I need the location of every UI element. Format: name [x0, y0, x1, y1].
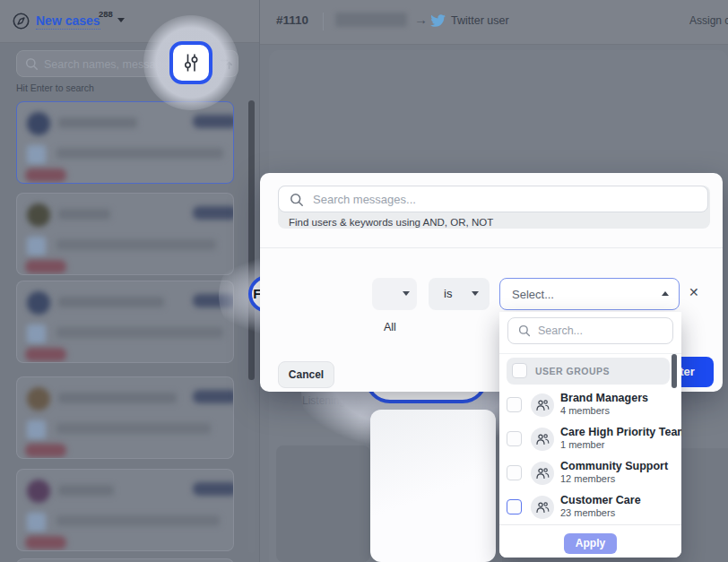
search-syntax-hint: Find users & keywords using AND, OR, NOT	[289, 217, 493, 228]
case-status-badge	[193, 482, 234, 496]
case-channel-icon	[27, 324, 46, 343]
customer-name-redacted	[335, 13, 407, 27]
case-tag	[25, 169, 66, 182]
group-name: Care High Priority Teams	[560, 426, 681, 438]
case-message-redacted	[56, 239, 216, 250]
chevron-up-icon	[662, 291, 669, 296]
case-tag	[25, 444, 66, 457]
topbar-divider	[323, 13, 324, 30]
filter-icon-annotation[interactable]	[169, 41, 212, 84]
case-tag	[25, 536, 66, 549]
case-avatar	[27, 387, 50, 411]
group-checkbox[interactable]	[507, 431, 522, 446]
group-avatar	[531, 428, 554, 451]
user-group-item[interactable]: Customer Care 23 members	[499, 490, 681, 524]
group-member-count: 4 members	[560, 405, 610, 416]
case-avatar	[27, 203, 50, 227]
case-avatar	[27, 480, 50, 503]
case-status-badge	[193, 390, 234, 403]
case-channel-icon	[27, 145, 46, 164]
case-name-redacted	[58, 117, 137, 128]
case-card[interactable]	[16, 281, 234, 363]
case-tag	[25, 348, 66, 361]
case-message-redacted	[56, 515, 220, 526]
case-card[interactable]	[16, 376, 234, 459]
people-icon	[535, 399, 550, 411]
group-member-count: 12 members	[560, 473, 615, 484]
case-name-redacted	[58, 297, 164, 307]
user-group-item[interactable]: Brand Managers 4 members	[499, 388, 681, 422]
case-message-redacted	[56, 423, 211, 434]
group-header-label: USER GROUPS	[535, 366, 610, 376]
case-name-redacted	[58, 485, 114, 496]
group-avatar	[531, 496, 554, 519]
operator-select[interactable]: is	[429, 278, 490, 310]
case-channel-icon	[27, 513, 46, 532]
all-option[interactable]: All	[384, 321, 396, 333]
operator-value: is	[444, 287, 452, 300]
chevron-down-icon	[403, 291, 410, 296]
message-search-placeholder: Search messages...	[313, 193, 416, 206]
case-message-redacted	[56, 148, 223, 159]
message-search-input[interactable]: Search messages...	[278, 186, 708, 212]
group-search-input[interactable]: Search...	[507, 317, 673, 344]
value-select-placeholder: Select...	[512, 288, 554, 301]
cases-compass-icon[interactable]	[12, 12, 30, 30]
chevron-down-icon	[472, 291, 479, 296]
user-groups-dropdown: Search... USER GROUPS Brand Managers	[499, 312, 681, 558]
case-tag	[25, 260, 66, 273]
case-card[interactable]	[16, 558, 234, 562]
case-status-badge	[193, 115, 234, 128]
field-menu-panel	[370, 410, 496, 562]
group-name: Community Support	[560, 460, 668, 472]
group-checkbox[interactable]	[507, 397, 522, 412]
case-card[interactable]	[16, 193, 234, 275]
field-select-control[interactable]	[372, 278, 417, 310]
view-title[interactable]: New cases	[36, 13, 100, 30]
case-avatar	[27, 291, 50, 315]
value-select[interactable]: Select...	[499, 278, 680, 310]
dropdown-scrollbar-thumb[interactable]	[672, 354, 677, 388]
case-status-badge	[193, 206, 234, 220]
case-avatar	[27, 112, 50, 135]
case-card[interactable]	[16, 469, 234, 551]
sliders-icon	[181, 52, 201, 73]
dropdown-divider	[499, 353, 681, 354]
case-name-redacted	[58, 209, 110, 220]
arrow-icon: →	[414, 12, 428, 27]
group-member-count: 1 member	[560, 439, 605, 450]
dropdown-footer: Apply	[499, 524, 681, 558]
user-group-item[interactable]: Community Support 12 members	[499, 456, 681, 490]
people-icon	[535, 467, 550, 480]
apply-button[interactable]: Apply	[564, 533, 617, 554]
search-hint: Hit Enter to search	[16, 82, 94, 93]
modal-divider	[260, 247, 723, 248]
group-avatar	[531, 393, 554, 417]
people-icon	[535, 433, 550, 445]
group-checkbox[interactable]	[507, 499, 522, 514]
view-caret-icon[interactable]	[117, 18, 125, 22]
case-message-redacted	[56, 327, 223, 338]
case-count-badge: 288	[99, 9, 113, 19]
remove-filter-row-icon[interactable]: ✕	[689, 285, 699, 299]
case-name-redacted	[58, 393, 177, 403]
case-id: #1110	[276, 13, 308, 27]
twitter-icon	[430, 14, 446, 27]
group-header-row[interactable]: USER GROUPS	[507, 358, 670, 385]
channel-label: Twitter user	[451, 14, 509, 27]
group-name: Brand Managers	[560, 392, 648, 404]
case-card[interactable]	[16, 101, 234, 184]
search-icon	[25, 57, 39, 71]
group-search-placeholder: Search...	[538, 324, 583, 337]
cancel-button[interactable]: Cancel	[278, 361, 334, 388]
search-icon	[290, 193, 304, 207]
user-group-item[interactable]: Care High Priority Teams 1 member	[499, 422, 681, 456]
people-icon	[535, 501, 550, 514]
select-all-checkbox[interactable]	[512, 363, 527, 378]
message-search-block: Search messages... Find users & keywords…	[278, 186, 710, 229]
case-channel-icon	[27, 420, 46, 439]
group-checkbox[interactable]	[507, 465, 522, 480]
group-name: Customer Care	[560, 494, 641, 506]
assign-case-button[interactable]: Assign ca	[689, 14, 728, 27]
search-icon	[518, 324, 531, 337]
